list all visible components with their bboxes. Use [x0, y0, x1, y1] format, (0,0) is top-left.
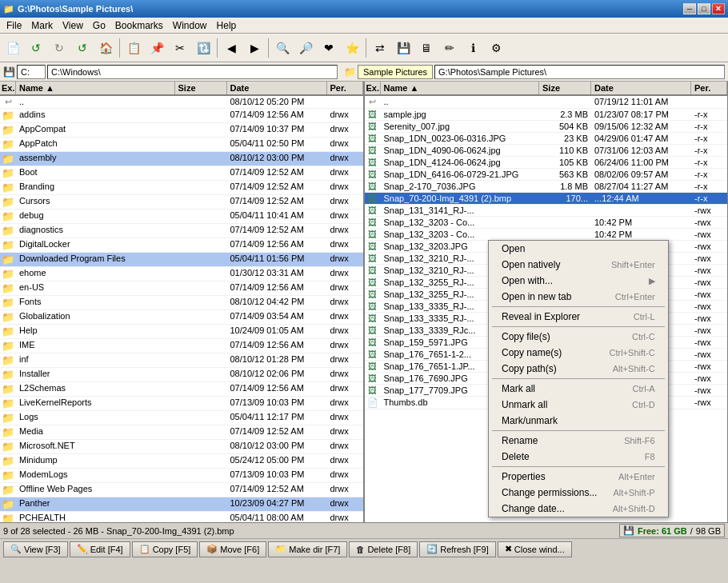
left-header-ex[interactable]: Ex. — [0, 82, 16, 94]
left-header-perm[interactable]: Per. — [327, 82, 363, 94]
left-file-row[interactable]: 📁 Fonts 08/10/12 04:42 PM drwx — [0, 296, 363, 310]
left-drive-label[interactable]: C: — [17, 65, 46, 79]
bottom-button[interactable]: 📦Move [F6] — [199, 541, 266, 557]
context-menu-item[interactable]: Copy file(s)Ctrl-C — [489, 329, 668, 345]
minimize-button[interactable]: ─ — [683, 3, 696, 14]
toolbar-fwd[interactable]: ↻ — [48, 37, 70, 59]
context-menu-item[interactable]: Open — [489, 241, 668, 257]
context-menu-item[interactable]: Open nativelyShift+Enter — [489, 257, 668, 273]
toolbar-search[interactable]: 🔍 — [271, 37, 294, 59]
menubar-item-go[interactable]: Go — [88, 18, 110, 33]
left-file-row[interactable]: 📁 Help 10/24/09 01:05 AM drwx — [0, 325, 363, 339]
bottom-button[interactable]: 🔄Refresh [F9] — [419, 541, 496, 557]
toolbar-filter[interactable]: 🔎 — [294, 37, 317, 59]
toolbar-copy[interactable]: 📋 — [122, 37, 145, 59]
context-menu-item[interactable]: Change permissions...Alt+Shift-P — [489, 485, 668, 501]
right-file-row[interactable]: 🖼 sample.jpg 2.3 MB 01/23/07 08:17 PM -r… — [365, 109, 728, 121]
menubar-item-bookmarks[interactable]: Bookmarks — [110, 18, 168, 33]
context-menu-item[interactable]: Unmark allCtrl-D — [489, 397, 668, 413]
right-file-row[interactable]: 🖼 Snap_1DN_6416-06-0729-21.JPG 563 KB 08… — [365, 169, 728, 181]
right-tab-label[interactable]: Sample Pictures — [358, 65, 433, 79]
left-file-row[interactable]: 📁 IME 07/14/09 12:56 AM drwx — [0, 339, 363, 353]
right-file-row[interactable]: 🖼 Snap_70-200-Img_4391 (2).bmp 170... ..… — [365, 193, 728, 205]
left-header-size[interactable]: Size — [175, 82, 227, 94]
context-menu-item[interactable]: Copy path(s)Alt+Shift-C — [489, 361, 668, 377]
toolbar-prev[interactable]: ◀ — [220, 37, 242, 59]
left-file-row[interactable]: 📁 inf 08/10/12 01:28 PM drwx — [0, 353, 363, 368]
left-file-row[interactable]: 📁 Minidump 05/24/12 05:00 PM drwx — [0, 454, 363, 469]
menubar-item-view[interactable]: View — [58, 18, 88, 33]
toolbar-bookmark[interactable]: ❤ — [318, 37, 340, 59]
bottom-button[interactable]: ✏️Edit [F4] — [70, 541, 130, 557]
context-menu-item[interactable]: Open with...▶ — [489, 273, 668, 289]
left-file-row[interactable]: 📁 LiveKernelReports 07/13/09 10:03 PM dr… — [0, 397, 363, 411]
left-path-input[interactable] — [47, 65, 338, 79]
toolbar-cut[interactable]: ✂ — [169, 37, 191, 59]
context-menu-item[interactable]: DeleteF8 — [489, 449, 668, 465]
left-file-row[interactable]: 📁 Boot 07/14/09 12:52 AM drwx — [0, 166, 363, 181]
right-file-row[interactable]: 🖼 Snap_132_3203 - Co... 10:42 PM -rwx — [365, 229, 728, 241]
left-file-row[interactable]: 📁 Installer 08/10/12 02:06 PM drwx — [0, 368, 363, 382]
menubar-item-file[interactable]: File — [2, 18, 26, 33]
left-file-row[interactable]: 📁 DigitalLocker 07/14/09 12:56 AM drwx — [0, 238, 363, 253]
menubar-item-mark[interactable]: Mark — [26, 18, 58, 33]
left-file-row[interactable]: 📁 debug 05/04/11 10:41 AM drwx — [0, 210, 363, 224]
context-menu-item[interactable]: PropertiesAlt+Enter — [489, 469, 668, 485]
toolbar-star[interactable]: ⭐ — [341, 37, 363, 59]
right-header-ex[interactable]: Ex. — [365, 82, 381, 94]
toolbar-paste[interactable]: 📌 — [146, 37, 168, 59]
left-file-row[interactable]: 📁 Offline Web Pages 07/14/09 12:52 AM dr… — [0, 483, 363, 497]
toolbar-new[interactable]: 📄 — [2, 37, 24, 59]
context-menu-item[interactable]: Open in new tabCtrl+Enter — [489, 289, 668, 305]
toolbar-drive[interactable]: 💾 — [392, 37, 414, 59]
right-file-row[interactable]: 🖼 Snap_1DN_4090-06-0624.jpg 110 KB 07/31… — [365, 145, 728, 157]
left-file-row[interactable]: 📁 ModemLogs 07/13/09 10:03 PM drwx — [0, 469, 363, 483]
left-file-row[interactable]: 📁 Cursors 07/14/09 12:52 AM drwx — [0, 195, 363, 210]
context-menu-item[interactable]: RenameShift-F6 — [489, 433, 668, 449]
right-file-row[interactable]: 🖼 Snap_2-170_7036.JPG 1.8 MB 08/27/04 11… — [365, 181, 728, 193]
bottom-button[interactable]: 🔍View [F3] — [3, 541, 68, 557]
toolbar-sync[interactable]: ⇄ — [369, 37, 391, 59]
left-file-row[interactable]: 📁 Branding 07/14/09 12:52 AM drwx — [0, 181, 363, 195]
left-header-date[interactable]: Date — [227, 82, 327, 94]
close-button[interactable]: ✕ — [712, 3, 725, 14]
left-header-name[interactable]: Name ▲ — [16, 82, 175, 94]
right-header-perm[interactable]: Per. — [691, 82, 727, 94]
bottom-button[interactable]: 🗑Delete [F8] — [349, 541, 418, 557]
context-menu-item[interactable]: Mark allCtrl-A — [489, 381, 668, 397]
maximize-button[interactable]: □ — [698, 3, 710, 14]
context-menu-item[interactable]: Copy name(s)Ctrl+Shift-C — [489, 345, 668, 361]
left-file-row[interactable]: 📁 PCHEALTH 05/04/11 08:00 AM drwx — [0, 512, 363, 522]
right-file-row[interactable]: 🖼 Snap_1DN_4124-06-0624.jpg 105 KB 06/24… — [365, 157, 728, 169]
context-menu-item[interactable]: Mark/unmark — [489, 413, 668, 429]
left-file-row[interactable]: 📁 en-US 07/14/09 12:56 AM drwx — [0, 282, 363, 296]
toolbar-terminal[interactable]: 🖥 — [415, 37, 438, 59]
menubar-item-help[interactable]: Help — [212, 18, 242, 33]
left-file-list[interactable]: ↩ .. 08/10/12 05:20 PM 📁 addins 07/14/09… — [0, 96, 363, 522]
menubar-item-window[interactable]: Window — [168, 18, 212, 33]
left-file-row[interactable]: 📁 ehome 01/30/12 03:31 AM drwx — [0, 267, 363, 282]
toolbar-back[interactable]: ↺ — [25, 37, 47, 59]
toolbar-refresh[interactable]: ↺ — [71, 37, 94, 59]
toolbar-delete[interactable]: 🔃 — [192, 37, 214, 59]
left-file-row[interactable]: 📁 AppPatch 05/04/11 02:50 PM drwx — [0, 138, 363, 152]
bottom-button[interactable]: 📁Make dir [F7] — [268, 541, 347, 557]
right-file-row[interactable]: 🖼 Snap_132_3203 - Co... 10:42 PM -rwx — [365, 217, 728, 229]
right-header-size[interactable]: Size — [539, 82, 591, 94]
right-file-row[interactable]: 🖼 Snap_131_3141_RJ-... -rwx — [365, 205, 728, 217]
bottom-button[interactable]: ✖Close wind... — [498, 541, 572, 557]
toolbar-edit[interactable]: ✏ — [438, 37, 461, 59]
right-header-date[interactable]: Date — [591, 82, 691, 94]
left-file-row[interactable]: 📁 Logs 05/04/11 12:17 PM drwx — [0, 411, 363, 425]
context-menu-item[interactable]: Change date...Alt+Shift-D — [489, 501, 668, 517]
left-file-row[interactable]: 📁 Microsoft.NET 08/10/12 03:00 PM drwx — [0, 440, 363, 454]
right-path-input[interactable] — [434, 65, 725, 79]
left-file-row[interactable]: ↩ .. 08/10/12 05:20 PM — [0, 96, 363, 109]
right-file-row[interactable]: ↩ .. 07/19/12 11:01 AM — [365, 96, 728, 109]
left-file-row[interactable]: 📁 assembly 08/10/12 03:00 PM drwx — [0, 152, 363, 166]
toolbar-info[interactable]: ℹ — [462, 37, 484, 59]
left-file-row[interactable]: 📁 L2Schemas 07/14/09 12:56 AM drwx — [0, 382, 363, 397]
left-file-row[interactable]: 📁 AppCompat 07/14/09 10:37 PM drwx — [0, 123, 363, 138]
left-file-row[interactable]: 📁 addins 07/14/09 12:56 AM drwx — [0, 109, 363, 123]
toolbar-home[interactable]: 🏠 — [94, 37, 117, 59]
